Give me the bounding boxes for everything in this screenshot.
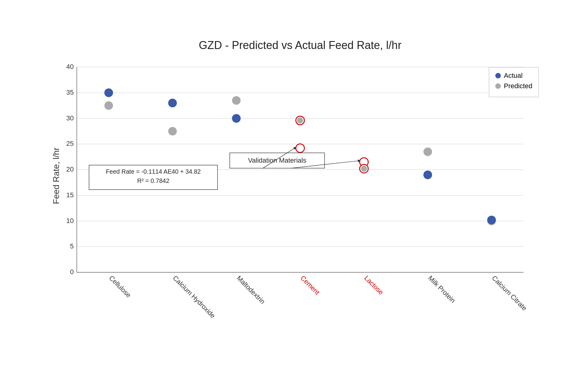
svg-text:Cement: Cement <box>299 274 321 296</box>
svg-text:Lactose: Lactose <box>363 274 385 296</box>
chart-svg: 0510152025303540CelluloseCalcium Hydroxi… <box>55 61 545 291</box>
svg-text:0: 0 <box>70 268 74 276</box>
svg-point-35 <box>104 101 113 110</box>
svg-text:10: 10 <box>66 217 74 225</box>
legend-actual-label: Actual <box>504 72 523 80</box>
svg-text:Maltodextrin: Maltodextrin <box>235 274 266 305</box>
legend-predicted-label: Predicted <box>504 82 532 90</box>
legend-predicted: Predicted <box>495 82 532 90</box>
svg-text:35: 35 <box>66 89 74 96</box>
svg-text:Validation Materials: Validation Materials <box>248 157 306 164</box>
svg-text:Cellulose: Cellulose <box>108 274 133 299</box>
svg-text:R² = 0.7842: R² = 0.7842 <box>137 177 169 184</box>
legend-predicted-dot <box>495 83 501 89</box>
svg-point-48 <box>361 166 367 172</box>
legend-actual-dot <box>495 73 501 78</box>
svg-text:15: 15 <box>66 191 74 199</box>
svg-text:Feed Rate = -0.1114 AE40 + 34.: Feed Rate = -0.1114 AE40 + 34.82 <box>106 168 201 175</box>
svg-point-54 <box>168 99 177 107</box>
y-axis-label: Feed Rate, l/hr <box>51 147 61 204</box>
svg-point-57 <box>487 216 496 224</box>
svg-point-39 <box>232 96 240 105</box>
svg-point-53 <box>104 89 113 97</box>
chart-title: GZD - Predicted vs Actual Feed Rate, l/h… <box>55 39 545 52</box>
svg-text:Calcium Hydroxide: Calcium Hydroxide <box>171 274 217 319</box>
svg-point-55 <box>232 114 240 123</box>
chart-container: GZD - Predicted vs Actual Feed Rate, l/h… <box>19 21 569 357</box>
svg-text:Calcium Citrate: Calcium Citrate <box>490 274 528 312</box>
svg-text:20: 20 <box>66 165 74 173</box>
svg-point-42 <box>296 144 304 153</box>
legend: Actual Predicted <box>489 67 539 97</box>
svg-text:25: 25 <box>66 140 74 147</box>
svg-text:30: 30 <box>66 114 74 122</box>
svg-point-44 <box>297 117 303 123</box>
legend-actual: Actual <box>495 72 532 80</box>
svg-text:Milk Protein: Milk Protein <box>427 274 457 304</box>
svg-point-49 <box>423 147 432 156</box>
svg-point-56 <box>423 171 432 179</box>
chart-area: Feed Rate, l/hr 0510152025303540Cellulos… <box>55 61 545 291</box>
svg-point-37 <box>168 127 177 135</box>
svg-text:40: 40 <box>66 63 74 70</box>
svg-text:5: 5 <box>70 242 74 250</box>
